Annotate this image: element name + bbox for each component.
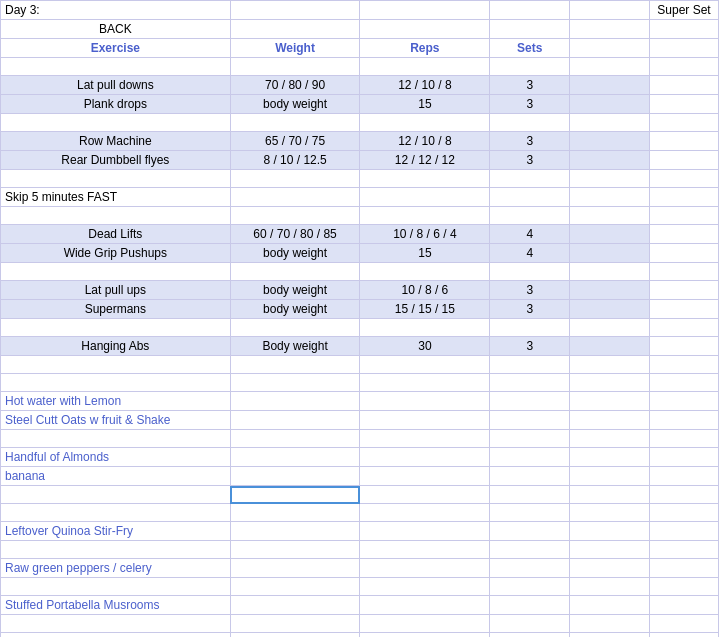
empty xyxy=(650,281,719,300)
food-item: banana xyxy=(1,467,231,486)
skip-text: Skip 5 minutes FAST xyxy=(1,188,231,207)
food-row: banana xyxy=(1,467,719,486)
exercise-reps: 10 / 8 / 6 xyxy=(360,281,490,300)
empty xyxy=(360,486,490,504)
exercise-reps: 10 / 8 / 6 / 4 xyxy=(360,225,490,244)
empty xyxy=(230,596,360,615)
exercise-row: Dead Lifts 60 / 70 / 80 / 85 10 / 8 / 6 … xyxy=(1,225,719,244)
empty xyxy=(650,20,719,39)
empty xyxy=(570,244,650,263)
empty xyxy=(230,58,360,76)
empty xyxy=(570,411,650,430)
empty xyxy=(360,541,490,559)
empty xyxy=(650,430,719,448)
empty xyxy=(360,58,490,76)
empty xyxy=(360,596,490,615)
empty xyxy=(650,615,719,633)
food-row: Steel Cutt Oats w fruit & Shake xyxy=(1,411,719,430)
spacer-row xyxy=(1,114,719,132)
exercise-name: Dead Lifts xyxy=(1,225,231,244)
empty xyxy=(650,170,719,188)
empty xyxy=(570,319,650,337)
empty xyxy=(570,300,650,319)
empty xyxy=(230,392,360,411)
column-headers-row: Exercise Weight Reps Sets xyxy=(1,39,719,58)
exercise-reps: 12 / 10 / 8 xyxy=(360,76,490,95)
empty xyxy=(650,39,719,58)
exercise-name: Plank drops xyxy=(1,95,231,114)
empty xyxy=(650,300,719,319)
empty xyxy=(570,448,650,467)
empty xyxy=(570,596,650,615)
empty xyxy=(570,151,650,170)
empty xyxy=(230,559,360,578)
empty xyxy=(650,374,719,392)
empty xyxy=(490,392,570,411)
food-item: Leftover Quinoa Stir-Fry xyxy=(1,522,231,541)
empty xyxy=(230,633,360,638)
empty xyxy=(230,188,360,207)
empty xyxy=(650,467,719,486)
empty xyxy=(1,578,231,596)
empty xyxy=(490,633,570,638)
empty xyxy=(570,263,650,281)
empty xyxy=(570,207,650,225)
exercise-sets: 3 xyxy=(490,281,570,300)
empty xyxy=(650,76,719,95)
empty xyxy=(360,504,490,522)
spacer-row xyxy=(1,541,719,559)
empty xyxy=(650,392,719,411)
exercise-name: Supermans xyxy=(1,300,231,319)
empty xyxy=(1,207,231,225)
empty xyxy=(650,578,719,596)
empty xyxy=(650,58,719,76)
empty xyxy=(1,319,231,337)
exercise-sets: 3 xyxy=(490,151,570,170)
food-row: Raw green peppers / celery xyxy=(1,559,719,578)
empty xyxy=(490,578,570,596)
empty xyxy=(360,188,490,207)
empty xyxy=(570,95,650,114)
empty xyxy=(490,430,570,448)
exercise-sets: 3 xyxy=(490,95,570,114)
empty xyxy=(650,448,719,467)
empty xyxy=(1,504,231,522)
exercise-reps: 12 / 12 / 12 xyxy=(360,151,490,170)
empty xyxy=(230,263,360,281)
exercise-name: Row Machine xyxy=(1,132,231,151)
food-item: Steel Cutt Oats w fruit & Shake xyxy=(1,411,231,430)
empty xyxy=(490,541,570,559)
super-set-label: Super Set xyxy=(650,1,719,20)
empty xyxy=(570,188,650,207)
empty xyxy=(1,263,231,281)
empty xyxy=(650,151,719,170)
food-item: Handful of Almonds xyxy=(1,448,231,467)
exercise-weight: body weight xyxy=(230,244,360,263)
empty xyxy=(230,522,360,541)
empty xyxy=(360,448,490,467)
exercise-row: Row Machine 65 / 70 / 75 12 / 10 / 8 3 xyxy=(1,132,719,151)
empty xyxy=(490,448,570,467)
food-item: Raw green peppers / celery xyxy=(1,559,231,578)
spacer-row xyxy=(1,319,719,337)
exercise-sets: 4 xyxy=(490,244,570,263)
empty xyxy=(360,170,490,188)
reps-col-header: Reps xyxy=(360,39,490,58)
empty xyxy=(570,578,650,596)
exercise-row: Lat pull downs 70 / 80 / 90 12 / 10 / 8 … xyxy=(1,76,719,95)
exercise-weight: Body weight xyxy=(230,337,360,356)
exercise-weight: 60 / 70 / 80 / 85 xyxy=(230,225,360,244)
empty xyxy=(650,522,719,541)
empty xyxy=(570,541,650,559)
empty xyxy=(490,356,570,374)
empty xyxy=(570,20,650,39)
empty xyxy=(490,596,570,615)
empty xyxy=(570,225,650,244)
empty xyxy=(570,281,650,300)
selected-cell[interactable] xyxy=(230,486,360,504)
empty xyxy=(650,504,719,522)
spacer-row xyxy=(1,170,719,188)
food-row: Leftover Quinoa Stir-Fry xyxy=(1,522,719,541)
empty xyxy=(570,132,650,151)
empty xyxy=(570,39,650,58)
